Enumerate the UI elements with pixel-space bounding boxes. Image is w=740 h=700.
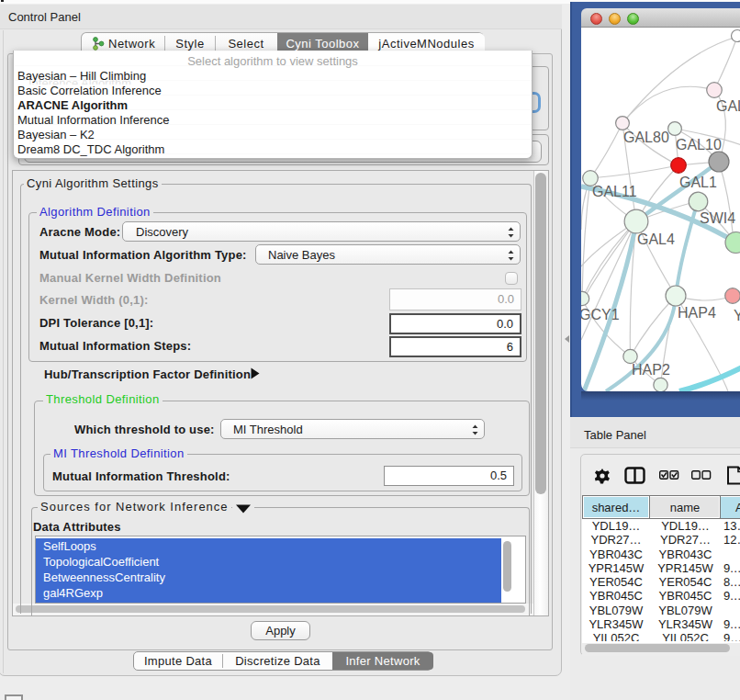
svg-text:GAL80: GAL80 <box>623 130 669 145</box>
svg-text:GAL10: GAL10 <box>676 137 722 152</box>
svg-text:HAP4: HAP4 <box>678 305 716 321</box>
svg-text:GAL4: GAL4 <box>637 231 675 247</box>
svg-text:HAP2: HAP2 <box>632 362 670 378</box>
svg-text:SWI4: SWI4 <box>700 210 735 226</box>
svg-text:Y: Y <box>734 308 740 323</box>
svg-text:GCY1: GCY1 <box>581 307 620 322</box>
svg-text:GAL: GAL <box>716 98 740 114</box>
svg-text:GAL11: GAL11 <box>592 184 637 199</box>
svg-text:GAL1: GAL1 <box>679 175 717 190</box>
